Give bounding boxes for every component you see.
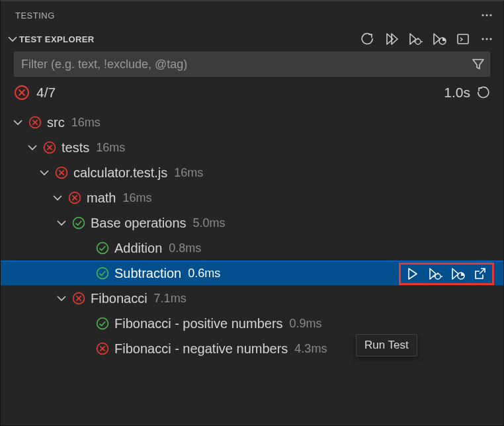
chevron-down-icon	[27, 142, 38, 153]
fail-icon	[14, 85, 30, 101]
section-more-button[interactable]	[480, 32, 494, 46]
tree-item-duration: 16ms	[174, 166, 203, 180]
fail-icon	[68, 191, 81, 204]
run-all-tests-button[interactable]	[384, 32, 399, 46]
chevron-down-icon	[56, 293, 67, 304]
tree-item-file[interactable]: calculator.test.js 16ms	[1, 160, 503, 185]
tree-item-fib-negative[interactable]: Fibonacci - negative numbers 4.3ms	[1, 336, 503, 361]
chevron-down-icon	[56, 218, 67, 228]
tree-item-label: src	[47, 115, 65, 130]
run-test-tooltip: Run Test	[356, 334, 417, 357]
run-with-coverage-button[interactable]	[432, 32, 446, 46]
filter-row	[1, 52, 503, 81]
show-output-button[interactable]	[456, 32, 470, 46]
chevron-down-icon	[52, 192, 63, 203]
section-header: TEST EXPLORER	[1, 26, 503, 52]
tree-item-label: Fibonacci - negative numbers	[114, 341, 288, 357]
play-icon	[406, 267, 419, 280]
tree-item-tests[interactable]: tests 16ms	[1, 135, 503, 160]
tree-item-label: Base operations	[91, 216, 187, 231]
testing-panel: TESTING TEST EXPLORER	[0, 0, 504, 426]
section-title: TEST EXPLORER	[19, 34, 95, 44]
more-icon	[480, 9, 493, 22]
tree-item-base-operations[interactable]: Base operations 5.0ms	[1, 210, 503, 235]
summary-duration: 1.0s	[444, 85, 470, 101]
tree-item-label: calculator.test.js	[73, 165, 167, 181]
fail-icon	[72, 292, 85, 305]
chevron-down-icon	[13, 117, 23, 128]
tree-item-duration: 0.6ms	[188, 267, 220, 280]
section-toolbar	[360, 32, 494, 46]
tree-item-label: Subtraction	[114, 266, 181, 281]
debug-all-tests-button[interactable]	[408, 32, 423, 46]
fail-icon	[28, 116, 42, 129]
chevron-down-icon	[7, 34, 18, 44]
panel-title: TESTING	[15, 11, 55, 21]
summary-row: 4/7 1.0s	[1, 81, 503, 110]
filter-icon	[472, 58, 485, 71]
run-with-coverage-button[interactable]	[450, 266, 466, 282]
summary-count: 4/7	[36, 85, 56, 101]
fail-icon	[55, 166, 68, 179]
terminal-icon	[456, 32, 470, 46]
pass-icon	[72, 216, 85, 230]
filter-input[interactable]	[15, 58, 467, 71]
tree-item-math[interactable]: math 16ms	[1, 185, 503, 210]
debug-icon	[428, 267, 442, 280]
play-all-icon	[385, 32, 398, 46]
panel-more-button[interactable]	[480, 8, 494, 22]
tree-item-duration: 5.0ms	[193, 216, 226, 230]
tree-item-duration: 16ms	[122, 191, 151, 205]
tree-item-label: Fibonacci - positive numbers	[114, 316, 283, 331]
pass-icon	[96, 241, 109, 255]
refresh-icon	[361, 32, 374, 46]
tree-item-addition[interactable]: Addition 0.8ms	[1, 235, 503, 261]
filter-box	[14, 52, 490, 77]
tree-item-fib-positive[interactable]: Fibonacci - positive numbers 0.9ms	[1, 311, 503, 336]
go-to-test-button[interactable]	[472, 266, 488, 282]
filter-button[interactable]	[467, 53, 489, 75]
tree-item-duration: 4.3ms	[294, 342, 327, 356]
tree-item-label: tests	[62, 140, 89, 155]
coverage-icon	[432, 32, 446, 46]
run-test-button[interactable]	[405, 266, 421, 282]
debug-test-button[interactable]	[427, 266, 443, 282]
tree-item-label: Fibonacci	[91, 291, 147, 306]
fail-icon	[43, 141, 56, 154]
go-to-file-icon	[474, 267, 487, 280]
pass-icon	[96, 317, 109, 330]
tree-item-duration: 0.9ms	[290, 317, 322, 331]
refresh-ccw-icon	[476, 86, 489, 99]
debug-icon	[408, 32, 423, 46]
tree-item-src[interactable]: src 16ms	[1, 110, 503, 135]
tree-item-label: Addition	[114, 241, 162, 256]
rerun-last-button[interactable]	[476, 85, 490, 100]
test-tree: src 16ms tests 16ms calculator.test.js 1…	[1, 110, 503, 361]
tree-item-subtraction[interactable]: Subtraction 0.6ms	[1, 261, 503, 286]
refresh-tests-button[interactable]	[360, 32, 375, 46]
row-actions	[399, 263, 494, 285]
coverage-icon	[450, 267, 465, 280]
chevron-down-icon	[39, 167, 50, 178]
section-collapse-toggle[interactable]	[6, 32, 19, 46]
tree-item-duration: 16ms	[96, 141, 125, 155]
tree-item-duration: 16ms	[71, 116, 101, 130]
tree-item-fibonacci[interactable]: Fibonacci 7.1ms	[1, 286, 503, 311]
pass-icon	[96, 267, 109, 280]
tree-item-label: math	[87, 191, 116, 206]
more-icon	[480, 32, 493, 46]
fail-icon	[96, 342, 109, 355]
tree-item-duration: 7.1ms	[154, 292, 187, 306]
tree-item-duration: 0.8ms	[169, 241, 201, 255]
panel-header: TESTING	[1, 1, 503, 26]
